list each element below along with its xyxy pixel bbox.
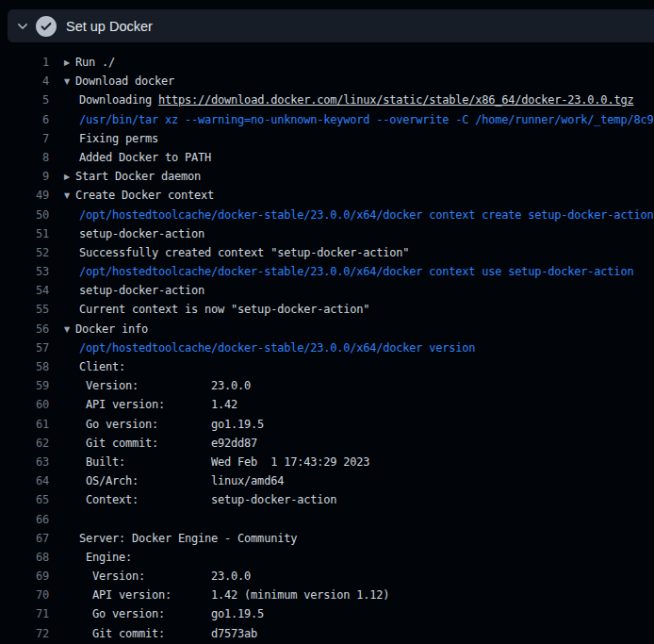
line-number[interactable]: 53 xyxy=(0,262,49,281)
line-number[interactable]: 71 xyxy=(0,604,49,623)
triangle-down-icon[interactable]: ▼ xyxy=(64,187,75,205)
line-number[interactable]: 7 xyxy=(0,129,49,148)
log-text: Fixing perms xyxy=(79,132,158,145)
log-line-body: Downloading https://download.docker.com/… xyxy=(49,91,654,109)
line-number[interactable]: 56 xyxy=(0,320,49,339)
log-text: Git commit: e92dd87 xyxy=(79,437,257,450)
line-number[interactable]: 60 xyxy=(0,395,49,414)
log-text: Docker info xyxy=(75,322,148,336)
command-text: /opt/hostedtoolcache/docker-stable/23.0.… xyxy=(79,341,475,355)
log-text: Run ./ xyxy=(75,56,115,69)
log-line-body: Successfully created context "setup-dock… xyxy=(49,243,654,262)
log-text: Successfully created context "setup-dock… xyxy=(79,246,409,259)
triangle-down-icon[interactable]: ▼ xyxy=(64,321,75,339)
log-group-header[interactable]: 56▼Docker info xyxy=(0,320,654,339)
triangle-right-icon[interactable]: ▶ xyxy=(64,54,75,72)
log-group-header[interactable]: 49▼Create Docker context xyxy=(0,186,654,205)
log-line-body: /opt/hostedtoolcache/docker-stable/23.0.… xyxy=(49,262,654,281)
log-line-body: Context: setup-docker-action xyxy=(49,490,654,509)
log-line-body[interactable]: ▼Create Docker context xyxy=(49,186,654,205)
log-line-body: /opt/hostedtoolcache/docker-stable/23.0.… xyxy=(49,206,654,224)
log-line-body: setup-docker-action xyxy=(49,224,654,243)
line-number[interactable]: 1 xyxy=(0,53,49,72)
line-number[interactable]: 69 xyxy=(0,567,49,586)
line-number[interactable]: 51 xyxy=(0,224,49,243)
line-number[interactable]: 70 xyxy=(0,586,49,604)
line-number[interactable]: 63 xyxy=(0,453,49,471)
log-line-body: /usr/bin/tar xz --warning=no-unknown-key… xyxy=(49,110,654,129)
log-group-header[interactable]: 1▶Run ./ xyxy=(0,53,654,72)
log-line: 53/opt/hostedtoolcache/docker-stable/23.… xyxy=(0,262,654,281)
log-line: 66 xyxy=(0,510,654,529)
log-line-body[interactable]: ▶Run ./ xyxy=(49,53,654,72)
log-text: Git commit: d7573ab xyxy=(79,627,257,640)
log-text: setup-docker-action xyxy=(79,284,204,297)
log-line-body: Git commit: d7573ab xyxy=(49,624,654,643)
log-line-body: Version: 23.0.0 xyxy=(49,567,654,586)
line-number[interactable]: 58 xyxy=(0,357,49,376)
log-line-body[interactable]: ▶Start Docker daemon xyxy=(49,167,654,186)
line-number[interactable]: 49 xyxy=(0,186,49,205)
log-group-header[interactable]: 9▶Start Docker daemon xyxy=(0,167,654,186)
log-line: 63 Built: Wed Feb 1 17:43:29 2023 xyxy=(0,453,654,471)
log-line-body: Fixing perms xyxy=(49,129,654,148)
log-line: 71 Go version: go1.19.5 xyxy=(0,604,654,623)
line-number[interactable]: 50 xyxy=(0,206,49,224)
line-number[interactable]: 55 xyxy=(0,300,49,319)
log-line: 64 OS/Arch: linux/amd64 xyxy=(0,471,654,490)
log-line-body: OS/Arch: linux/amd64 xyxy=(49,471,654,490)
log-text: Added Docker to PATH xyxy=(79,151,211,164)
check-circle-icon xyxy=(36,16,57,37)
log-line-body: /opt/hostedtoolcache/docker-stable/23.0.… xyxy=(49,339,654,357)
log-line: 52Successfully created context "setup-do… xyxy=(0,243,654,262)
log-line: 6/usr/bin/tar xz --warning=no-unknown-ke… xyxy=(0,110,654,129)
log-line-body[interactable]: ▼Docker info xyxy=(49,320,654,339)
log-line: 59 Version: 23.0.0 xyxy=(0,376,654,395)
log-line-body[interactable]: ▼Download docker xyxy=(49,72,654,91)
line-number[interactable]: 59 xyxy=(0,376,49,395)
log-line: 51setup-docker-action xyxy=(0,224,654,243)
line-number[interactable]: 9 xyxy=(0,167,49,186)
line-number[interactable]: 4 xyxy=(0,72,49,91)
log-text: Server: Docker Engine - Community xyxy=(79,532,297,545)
log-text: Version: 23.0.0 xyxy=(79,379,251,392)
step-header[interactable]: Set up Docker xyxy=(8,9,654,42)
log-text: Version: 23.0.0 xyxy=(79,570,251,583)
log-text: API version: 1.42 (minimum version 1.12) xyxy=(79,588,389,602)
triangle-right-icon[interactable]: ▶ xyxy=(64,168,75,186)
log-line: 72 Git commit: d7573ab xyxy=(0,624,654,643)
log-line: 7Fixing perms xyxy=(0,129,654,148)
line-number[interactable]: 67 xyxy=(0,529,49,548)
actions-log-viewer: Set up Docker 1▶Run ./4▼Download docker5… xyxy=(0,0,654,644)
line-number[interactable]: 65 xyxy=(0,490,49,509)
log-text: Download docker xyxy=(75,74,174,88)
log-line-body: Go version: go1.19.5 xyxy=(49,604,654,623)
log-line: 58Client: xyxy=(0,357,654,376)
log-line: 62 Git commit: e92dd87 xyxy=(0,434,654,453)
line-number[interactable]: 62 xyxy=(0,434,49,453)
line-number[interactable]: 61 xyxy=(0,415,49,434)
log-text: Create Docker context xyxy=(75,189,214,202)
log-group-header[interactable]: 4▼Download docker xyxy=(0,72,654,91)
log-output[interactable]: 1▶Run ./4▼Download docker5Downloading ht… xyxy=(0,42,654,644)
chevron-down-icon[interactable] xyxy=(15,19,30,34)
triangle-down-icon[interactable]: ▼ xyxy=(64,73,75,91)
line-number[interactable]: 54 xyxy=(0,281,49,300)
log-line-body: Added Docker to PATH xyxy=(49,148,654,167)
log-line: 50/opt/hostedtoolcache/docker-stable/23.… xyxy=(0,206,654,224)
log-link[interactable]: https://download.docker.com/linux/static… xyxy=(158,93,633,107)
line-number[interactable]: 5 xyxy=(0,91,49,109)
step-title: Set up Docker xyxy=(66,19,153,34)
log-line-body: Engine: xyxy=(49,548,654,567)
line-number[interactable]: 8 xyxy=(0,148,49,167)
log-line: 8Added Docker to PATH xyxy=(0,148,654,167)
line-number[interactable]: 52 xyxy=(0,243,49,262)
line-number[interactable]: 66 xyxy=(0,510,49,529)
line-number[interactable]: 57 xyxy=(0,339,49,357)
line-number[interactable]: 6 xyxy=(0,110,49,129)
line-number[interactable]: 72 xyxy=(0,624,49,643)
line-number[interactable]: 64 xyxy=(0,471,49,490)
line-number[interactable]: 68 xyxy=(0,548,49,567)
log-line: 68 Engine: xyxy=(0,548,654,567)
log-line: 60 API version: 1.42 xyxy=(0,395,654,414)
